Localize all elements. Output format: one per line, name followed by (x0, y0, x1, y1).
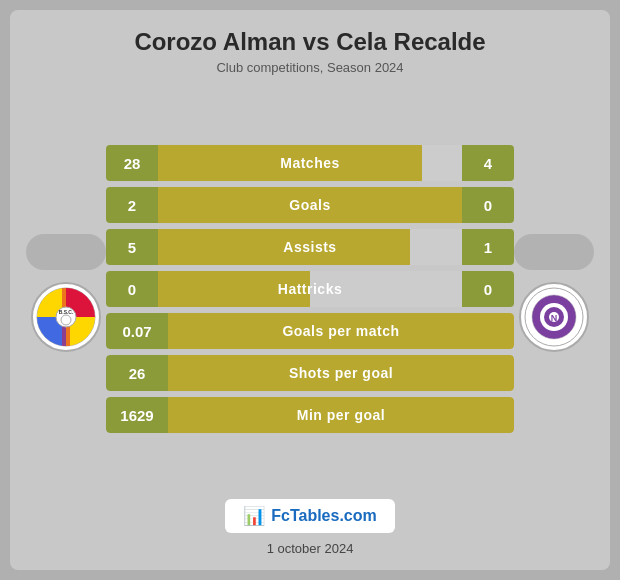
left-team-logo: B.S.C. (31, 282, 101, 352)
matches-bar: Matches (158, 145, 462, 181)
goals-per-match-label: Goals per match (168, 313, 514, 349)
goals-left-value: 2 (106, 187, 158, 223)
right-team-logo: N (519, 282, 589, 352)
assists-bar: Assists (158, 229, 462, 265)
page-subtitle: Club competitions, Season 2024 (216, 60, 403, 75)
fctables-text: FcTables.com (271, 507, 377, 525)
assists-label: Assists (283, 239, 336, 255)
hattricks-right-value: 0 (462, 271, 514, 307)
comparison-card: Corozo Alman vs Cela Recalde Club compet… (10, 10, 610, 570)
goals-label: Goals (289, 197, 330, 213)
min-per-goal-row: 1629 Min per goal (106, 397, 514, 433)
assists-left-value: 5 (106, 229, 158, 265)
goals-bar: Goals (158, 187, 462, 223)
left-badge-decoration (26, 234, 106, 270)
min-per-goal-label: Min per goal (168, 397, 514, 433)
svg-text:B.S.C.: B.S.C. (59, 309, 74, 315)
footer-logo-area: 📊 FcTables.com (225, 499, 395, 533)
matches-left-value: 28 (106, 145, 158, 181)
matches-label: Matches (280, 155, 340, 171)
goals-per-match-value: 0.07 (106, 313, 168, 349)
hattricks-label: Hattricks (278, 281, 342, 297)
left-team-logo-area: B.S.C. (26, 226, 106, 352)
shots-per-goal-row: 26 Shots per goal (106, 355, 514, 391)
svg-text:N: N (551, 313, 558, 323)
right-team-logo-area: N (514, 226, 594, 352)
shots-per-goal-label: Shots per goal (168, 355, 514, 391)
hattricks-row: 0 Hattricks 0 (106, 271, 514, 307)
date-label: 1 october 2024 (267, 541, 354, 556)
hattricks-left-value: 0 (106, 271, 158, 307)
goals-right-value: 0 (462, 187, 514, 223)
goals-per-match-row: 0.07 Goals per match (106, 313, 514, 349)
goals-row: 2 Goals 0 (106, 187, 514, 223)
right-badge-decoration (514, 234, 594, 270)
fctables-icon: 📊 (243, 505, 265, 527)
matches-right-value: 4 (462, 145, 514, 181)
page-title: Corozo Alman vs Cela Recalde (134, 28, 485, 56)
stats-area: 28 Matches 4 2 Goals 0 5 (106, 145, 514, 433)
shots-per-goal-value: 26 (106, 355, 168, 391)
hattricks-bar: Hattricks (158, 271, 462, 307)
bsc-logo-svg: B.S.C. (35, 286, 97, 348)
matches-row: 28 Matches 4 (106, 145, 514, 181)
nacional-logo-svg: N (523, 286, 585, 348)
min-per-goal-value: 1629 (106, 397, 168, 433)
assists-right-value: 1 (462, 229, 514, 265)
assists-row: 5 Assists 1 (106, 229, 514, 265)
main-content: B.S.C. 28 Matches 4 2 Goals (26, 89, 594, 489)
